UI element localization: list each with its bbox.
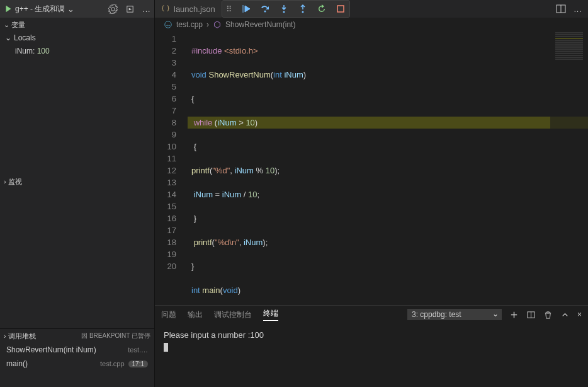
play-icon — [4, 4, 13, 13]
terminal-cursor — [164, 343, 168, 352]
callstack-section: › 调用堆栈 因 BREAKPOINT 已暂停 ShowRevertNum(in… — [0, 328, 154, 387]
step-over-icon[interactable] — [260, 4, 270, 14]
plus-icon[interactable] — [509, 310, 519, 320]
variables-header[interactable]: ⌄ 变量 — [0, 18, 154, 32]
tab-debug-console[interactable]: 调试控制台 — [214, 309, 252, 320]
code-editor[interactable]: 1234567891011121314151617181920 #include… — [155, 32, 588, 305]
paused-reason: 因 BREAKPOINT 已暂停 — [81, 332, 150, 340]
svg-point-2 — [283, 11, 285, 13]
terminal-task-select[interactable]: 3: cppdbg: test — [407, 309, 502, 320]
code-content[interactable]: #include <stdio.h> void ShowRevertNum(in… — [188, 32, 588, 305]
debug-sidebar: g++ - 生成和调 ⌄ … ⌄ 变量 ⌄Locals iNum: 100 › … — [0, 0, 155, 387]
svg-rect-4 — [337, 6, 344, 12]
terminal-line: Please input a number :100 — [164, 330, 579, 341]
more-icon[interactable]: … — [142, 4, 150, 14]
step-out-icon[interactable] — [298, 4, 308, 14]
svg-text:++: ++ — [166, 23, 171, 27]
debug-alt-icon[interactable] — [125, 4, 135, 14]
stop-icon[interactable] — [336, 4, 346, 14]
tab-terminal[interactable]: 终端 — [263, 308, 278, 321]
json-icon — [161, 4, 170, 13]
svg-point-3 — [302, 11, 304, 13]
split-editor-icon[interactable] — [556, 4, 566, 14]
run-config-label: g++ - 生成和调 — [15, 4, 65, 14]
close-panel-icon[interactable]: × — [577, 310, 582, 319]
tab-problems[interactable]: 问题 — [161, 309, 176, 320]
grip-icon[interactable]: ⠿ — [226, 4, 232, 14]
chevron-down-icon[interactable]: ⌄ — [67, 4, 74, 14]
callstack-header[interactable]: › 调用堆栈 因 BREAKPOINT 已暂停 — [0, 329, 154, 343]
split-terminal-icon[interactable] — [526, 310, 536, 320]
tab-output[interactable]: 输出 — [188, 309, 203, 320]
breadcrumbs[interactable]: ++ test.cpp › ShowRevertNum(int) — [155, 18, 588, 32]
bottom-panel: 问题 输出 调试控制台 终端 3: cppdbg: test × Please … — [155, 305, 588, 387]
trash-icon[interactable] — [543, 310, 553, 320]
step-into-icon[interactable] — [279, 4, 289, 14]
restart-icon[interactable] — [317, 4, 327, 14]
chevron-up-icon[interactable] — [560, 310, 570, 320]
callstack-frame[interactable]: ShowRevertNum(int iNum) test.… — [0, 343, 154, 357]
locals-header[interactable]: ⌄Locals — [0, 32, 154, 44]
callstack-frame[interactable]: main() test.cpp17:1 — [0, 357, 154, 371]
tab-launch-json[interactable]: launch.json — [155, 0, 222, 18]
tab-bar: launch.json p × — [155, 0, 588, 18]
line-numbers: 1234567891011121314151617181920 — [155, 32, 188, 305]
start-debug-button[interactable]: g++ - 生成和调 ⌄ — [4, 4, 74, 14]
line-badge: 17:1 — [128, 361, 148, 367]
main-area: launch.json p × ⠿ … ++ test.cpp › ShowRe… — [155, 0, 588, 387]
continue-icon[interactable] — [241, 4, 251, 14]
method-icon — [213, 20, 222, 29]
panel-tabs: 问题 输出 调试控制台 终端 3: cppdbg: test × — [155, 306, 588, 323]
watch-header[interactable]: › 监视 — [0, 175, 154, 188]
debug-toolbar[interactable]: ⠿ — [222, 0, 350, 18]
variable-row[interactable]: iNum: 100 — [0, 44, 154, 58]
more-actions-icon[interactable]: … — [574, 4, 582, 14]
terminal[interactable]: Please input a number :100 — [155, 323, 588, 387]
cpp-file-icon: ++ — [164, 20, 172, 29]
debug-run-bar: g++ - 生成和调 ⌄ … — [0, 0, 154, 18]
gear-icon[interactable] — [108, 4, 118, 14]
minimap[interactable] — [550, 32, 588, 305]
editor-actions: … — [550, 0, 588, 18]
svg-point-1 — [264, 11, 266, 13]
